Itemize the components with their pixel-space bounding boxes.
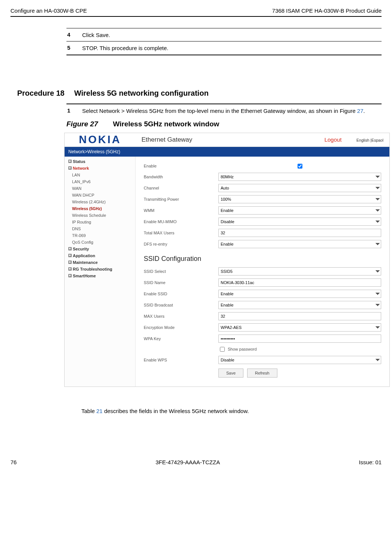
bandwidth-label: Bandwidth: [144, 175, 218, 179]
ssid-select-label: SSID Select: [144, 269, 218, 274]
txpower-select[interactable]: 100%: [218, 195, 381, 203]
step-rule: [66, 28, 382, 28]
screenshot-panel: NOKIA Ethernet Gateway Logout English |E…: [64, 133, 390, 387]
step1-text-post: .: [363, 108, 365, 114]
sidebar-item-status[interactable]: Status: [65, 158, 135, 165]
step-rule: [66, 41, 382, 41]
figure-ref-link[interactable]: 27: [357, 108, 364, 114]
wpa-key-input[interactable]: [218, 335, 381, 343]
expand-icon: [68, 166, 72, 170]
ssid-config-heading: SSID Configuration: [144, 255, 381, 263]
step-text: STOP. This procedure is complete.: [82, 44, 168, 52]
content-area: Enable Bandwidth 80MHz Channel Auto Tran…: [136, 157, 389, 386]
figure-label: Figure 27: [66, 120, 98, 128]
dfs-label: DFS re-entry: [144, 242, 218, 246]
sidebar-item-maintenance[interactable]: Maintenance: [65, 259, 135, 266]
sidebar-item-label: Maintenance: [73, 260, 98, 265]
save-button[interactable]: Save: [218, 369, 243, 378]
sidebar-item-tr069[interactable]: TR-069: [65, 232, 135, 239]
sidebar-item-network[interactable]: Network: [65, 165, 135, 172]
header-right: 7368 ISAM CPE HA-030W-B Product Guide: [272, 7, 382, 14]
ssid-broadcast-label: SSID Broadcast: [144, 303, 218, 307]
step1-text-pre: Select Network > Wireless 5GHz from the …: [82, 108, 357, 114]
ssid-name-label: SSID Name: [144, 280, 218, 285]
header-rule: [10, 16, 382, 17]
procedure-label: Procedure 18: [17, 89, 65, 98]
txpower-label: Transmitting Power: [144, 197, 218, 201]
breadcrumb: Network>Wireless (5GHz): [65, 147, 389, 157]
procedure-title: Wireless 5G networking configuration: [74, 89, 209, 98]
mumimo-label: Enable MU-MIMO: [144, 219, 218, 224]
sidebar-item-lan[interactable]: LAN: [65, 172, 135, 178]
ssid-broadcast-select[interactable]: Enable: [218, 301, 381, 309]
wmm-select[interactable]: Enable: [218, 206, 381, 215]
sidebar-item-label: RG Troubleshooting: [73, 267, 112, 271]
sidebar-item-label: Security: [73, 247, 89, 251]
enable-checkbox[interactable]: [220, 164, 380, 169]
expand-icon: [68, 160, 72, 163]
expand-icon: [68, 254, 72, 257]
sidebar-item-ip-routing[interactable]: IP Routing: [65, 219, 135, 225]
header-left: Configure an HA-030W-B CPE: [10, 7, 87, 14]
expand-icon: [68, 267, 72, 271]
step-1: 1 Select Network > Wireless 5GHz from th…: [66, 107, 382, 115]
sidebar-item-application[interactable]: Application: [65, 252, 135, 259]
logo-cell: NOKIA: [65, 133, 136, 147]
note-pre: Table: [81, 408, 96, 414]
step-end-rule: [66, 55, 382, 55]
sidebar-item-smarthome[interactable]: SmartHome: [65, 272, 135, 279]
note-post: describes the fields in the Wireless 5GH…: [103, 408, 249, 414]
step-text: Click Save.: [82, 31, 110, 39]
expand-icon: [68, 261, 72, 264]
sidebar-item-rg-troubleshooting[interactable]: RG Troubleshooting: [65, 266, 135, 272]
language-link[interactable]: English |Espaol: [357, 138, 383, 142]
sidebar-item-lan-ipv6[interactable]: LAN_IPv6: [65, 178, 135, 185]
ssid-name-input[interactable]: [218, 278, 381, 287]
sidebar-item-label: SmartHome: [73, 274, 96, 278]
step-text: Select Network > Wireless 5GHz from the …: [82, 107, 365, 115]
figure-title: Wireless 5GHz network window: [113, 120, 219, 128]
sidebar-item-qos[interactable]: QoS Config: [65, 239, 135, 246]
mumimo-select[interactable]: Disable: [218, 218, 381, 226]
footer-issue: Issue: 01: [359, 459, 382, 465]
sidebar-item-wireless-schedule[interactable]: Wireless Schedule: [65, 212, 135, 219]
footer-page-number: 76: [10, 459, 17, 465]
proc-rule: [66, 104, 382, 104]
sidebar-item-wan-dhcp[interactable]: WAN DHCP: [65, 192, 135, 198]
show-password-checkbox[interactable]: [220, 347, 225, 352]
channel-label: Channel: [144, 186, 218, 190]
ssid-maxusers-input[interactable]: [218, 312, 381, 320]
step-num: 1: [67, 107, 72, 114]
ssid-select[interactable]: SSID5: [218, 267, 381, 275]
enable-label: Enable: [144, 164, 218, 168]
sidebar-item-dns[interactable]: DNS: [65, 225, 135, 232]
maxusers-input[interactable]: [218, 229, 381, 237]
sidebar-item-wireless-5[interactable]: Wireless (5GHz): [65, 205, 135, 212]
step-num: 4: [67, 31, 72, 38]
wmm-label: WMM: [144, 208, 218, 213]
encryption-label: Encryption Mode: [144, 325, 218, 330]
sidebar-item-label: Network: [73, 166, 89, 170]
enable-wps-select[interactable]: Disable: [218, 356, 381, 364]
sidebar-item-wan[interactable]: WAN: [65, 185, 135, 192]
step-5: 5 STOP. This procedure is complete.: [66, 44, 382, 52]
sidebar-item-security[interactable]: Security: [65, 246, 135, 252]
footer-doc-id: 3FE-47429-AAAA-TCZZA: [156, 459, 220, 465]
dfs-select[interactable]: Enable: [218, 240, 381, 248]
table-ref-link[interactable]: 21: [96, 408, 103, 414]
expand-icon: [68, 247, 72, 250]
bandwidth-select[interactable]: 80MHz: [218, 173, 381, 181]
ssid-maxusers-label: MAX Users: [144, 314, 218, 318]
sidebar-item-label: Application: [73, 253, 95, 258]
channel-select[interactable]: Auto: [218, 184, 381, 192]
encryption-select[interactable]: WPA2-AES: [218, 323, 381, 332]
expand-icon: [68, 274, 72, 277]
enable-wps-label: Enable WPS: [144, 358, 218, 362]
enable-ssid-label: Enable SSID: [144, 292, 218, 296]
logout-link[interactable]: Logout: [324, 136, 342, 143]
refresh-button[interactable]: Refresh: [247, 369, 277, 378]
gateway-title: Ethernet Gateway: [141, 136, 192, 144]
maxusers-label: Total MAX Users: [144, 231, 218, 235]
enable-ssid-select[interactable]: Enable: [218, 290, 381, 298]
sidebar-item-wireless-24[interactable]: Wireless (2.4GHz): [65, 198, 135, 205]
